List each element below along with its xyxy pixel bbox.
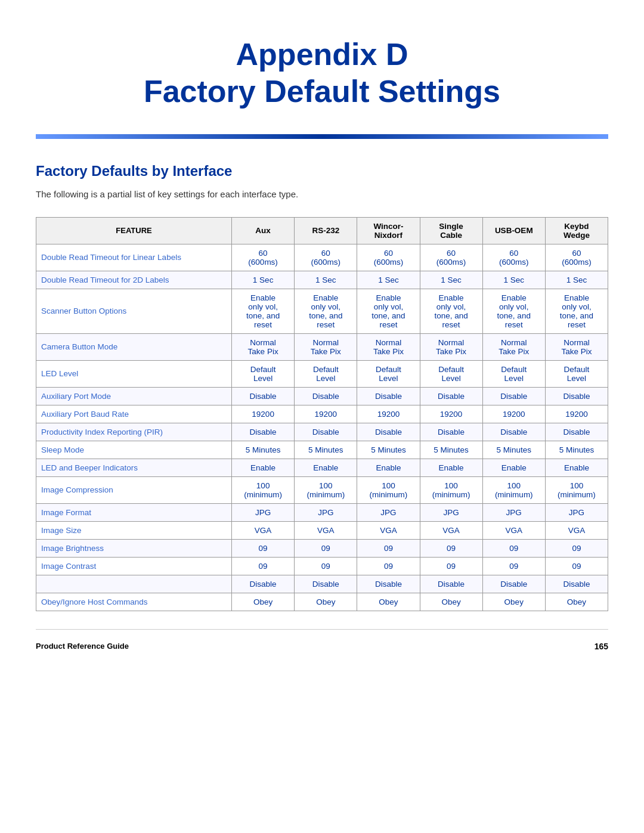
- col-header-single: SingleCable: [420, 217, 482, 244]
- data-cell: Enable: [295, 459, 357, 476]
- table-row: Productivity Index Reporting (PIR)Disabl…: [36, 423, 608, 441]
- data-cell: Obey: [482, 593, 545, 611]
- col-header-keybd: KeybdWedge: [545, 217, 608, 244]
- table-row: Scanner Button OptionsEnableonly vol,ton…: [36, 289, 608, 333]
- feature-name-cell: Double Read Timeout for 2D Labels: [36, 271, 232, 289]
- data-cell: Disable: [232, 387, 295, 405]
- data-cell: 5 Minutes: [482, 441, 545, 459]
- data-cell: Disable: [482, 575, 545, 593]
- data-cell: 09: [420, 557, 482, 575]
- data-cell: 100(minimum): [357, 476, 420, 503]
- table-row: Image Brightness090909090909: [36, 539, 608, 557]
- data-cell: Disable: [295, 575, 357, 593]
- data-cell: JPG: [357, 503, 420, 521]
- data-cell: Disable: [482, 423, 545, 441]
- table-row: Image Contrast090909090909: [36, 557, 608, 575]
- section-heading: Factory Defaults by Interface: [36, 163, 608, 179]
- data-cell: NormalTake Pix: [420, 333, 482, 360]
- table-row: LED and Beeper IndicatorsEnableEnableEna…: [36, 459, 608, 476]
- page-footer: Product Reference Guide 165: [36, 629, 608, 657]
- data-cell: Enable: [232, 459, 295, 476]
- table-row: Image SizeVGAVGAVGAVGAVGAVGA: [36, 521, 608, 539]
- feature-name-cell: Image Brightness: [36, 539, 232, 557]
- data-cell: DefaultLevel: [232, 360, 295, 387]
- table-row: Double Read Timeout for Linear Labels60(…: [36, 244, 608, 271]
- data-cell: DefaultLevel: [482, 360, 545, 387]
- feature-name-cell: Double Read Timeout for Linear Labels: [36, 244, 232, 271]
- table-header-row: FEATURE Aux RS-232 Wincor-Nixdorf Single…: [36, 217, 608, 244]
- data-cell: 09: [232, 557, 295, 575]
- feature-name-cell: Auxiliary Port Mode: [36, 387, 232, 405]
- data-cell: Obey: [357, 593, 420, 611]
- data-cell: 60(600ms): [420, 244, 482, 271]
- data-cell: Enableonly vol,tone, andreset: [482, 289, 545, 333]
- data-cell: 5 Minutes: [357, 441, 420, 459]
- data-cell: VGA: [420, 521, 482, 539]
- data-cell: JPG: [232, 503, 295, 521]
- data-cell: DefaultLevel: [357, 360, 420, 387]
- col-header-rs232: RS-232: [295, 217, 357, 244]
- table-row: Image FormatJPGJPGJPGJPGJPGJPG: [36, 503, 608, 521]
- data-cell: 60(600ms): [545, 244, 608, 271]
- data-cell: 09: [295, 539, 357, 557]
- data-cell: 19200: [295, 405, 357, 423]
- feature-name-cell: Obey/Ignore Host Commands: [36, 593, 232, 611]
- gradient-bar: [36, 134, 608, 139]
- feature-name-cell: [36, 575, 232, 593]
- data-cell: 09: [545, 557, 608, 575]
- data-cell: 60(600ms): [232, 244, 295, 271]
- data-cell: JPG: [545, 503, 608, 521]
- data-cell: Disable: [357, 423, 420, 441]
- data-cell: 09: [420, 539, 482, 557]
- data-cell: Enableonly vol,tone, andreset: [545, 289, 608, 333]
- feature-name-cell: Image Format: [36, 503, 232, 521]
- data-cell: 60(600ms): [482, 244, 545, 271]
- table-row: Obey/Ignore Host CommandsObeyObeyObeyObe…: [36, 593, 608, 611]
- data-cell: NormalTake Pix: [545, 333, 608, 360]
- data-cell: 19200: [482, 405, 545, 423]
- data-cell: NormalTake Pix: [357, 333, 420, 360]
- intro-text: The following is a partial list of key s…: [36, 189, 608, 199]
- data-cell: DefaultLevel: [295, 360, 357, 387]
- footer-right: 165: [595, 642, 608, 651]
- data-cell: 1 Sec: [357, 271, 420, 289]
- data-cell: 5 Minutes: [545, 441, 608, 459]
- data-cell: NormalTake Pix: [482, 333, 545, 360]
- data-cell: 60(600ms): [357, 244, 420, 271]
- data-cell: Disable: [295, 387, 357, 405]
- data-cell: Disable: [420, 387, 482, 405]
- data-cell: VGA: [357, 521, 420, 539]
- table-row: Camera Button ModeNormalTake PixNormalTa…: [36, 333, 608, 360]
- data-cell: Obey: [232, 593, 295, 611]
- data-cell: 100(minimum): [232, 476, 295, 503]
- data-cell: 1 Sec: [545, 271, 608, 289]
- feature-name-cell: Productivity Index Reporting (PIR): [36, 423, 232, 441]
- feature-name-cell: Sleep Mode: [36, 441, 232, 459]
- feature-name-cell: Image Size: [36, 521, 232, 539]
- page-header: Appendix D Factory Default Settings: [36, 0, 608, 122]
- data-cell: 60(600ms): [295, 244, 357, 271]
- data-cell: 1 Sec: [420, 271, 482, 289]
- table-row: Auxiliary Port ModeDisableDisableDisable…: [36, 387, 608, 405]
- feature-name-cell: Image Compression: [36, 476, 232, 503]
- data-cell: 19200: [357, 405, 420, 423]
- data-cell: 100(minimum): [545, 476, 608, 503]
- data-cell: Disable: [482, 387, 545, 405]
- appendix-title: Appendix D: [36, 36, 608, 73]
- data-cell: VGA: [482, 521, 545, 539]
- data-cell: Disable: [545, 387, 608, 405]
- data-cell: JPG: [420, 503, 482, 521]
- data-cell: Disable: [232, 423, 295, 441]
- data-cell: DefaultLevel: [545, 360, 608, 387]
- data-cell: Disable: [545, 423, 608, 441]
- data-cell: VGA: [295, 521, 357, 539]
- data-cell: 09: [482, 539, 545, 557]
- data-cell: Obey: [295, 593, 357, 611]
- data-cell: Enableonly vol,tone, andreset: [232, 289, 295, 333]
- feature-name-cell: Image Contrast: [36, 557, 232, 575]
- data-cell: 19200: [420, 405, 482, 423]
- data-cell: DefaultLevel: [420, 360, 482, 387]
- table-row: Sleep Mode5 Minutes5 Minutes5 Minutes5 M…: [36, 441, 608, 459]
- data-cell: Enable: [357, 459, 420, 476]
- feature-name-cell: LED Level: [36, 360, 232, 387]
